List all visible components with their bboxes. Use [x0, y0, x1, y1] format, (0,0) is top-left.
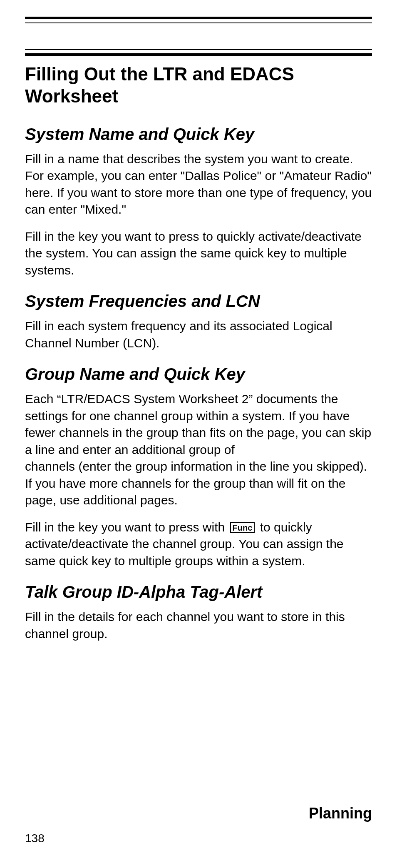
section-heading-group-name: Group Name and Quick Key — [25, 364, 372, 384]
section-heading-talk-group: Talk Group ID-Alpha Tag-Alert — [25, 582, 372, 602]
func-key-icon: Func — [230, 522, 255, 533]
body-paragraph: Fill in the details for each channel you… — [25, 609, 372, 642]
body-paragraph: Fill in each system frequency and its as… — [25, 318, 372, 352]
rule-heavy-top — [25, 17, 372, 19]
body-paragraph: Fill in the key you want to press with F… — [25, 519, 372, 570]
body-paragraph: channels (enter the group information in… — [25, 458, 372, 509]
rule-heavy-bottom — [25, 53, 372, 56]
page-number: 138 — [25, 832, 45, 845]
section-heading-system-frequencies: System Frequencies and LCN — [25, 291, 372, 311]
document-page: Filling Out the LTR and EDACS Worksheet … — [0, 0, 397, 868]
rule-thin-bottom — [25, 49, 372, 50]
page-title: Filling Out the LTR and EDACS Worksheet — [25, 63, 372, 107]
body-paragraph: Fill in the key you want to press to qui… — [25, 228, 372, 279]
footer-section-label: Planning — [309, 805, 372, 822]
section-heading-system-name: System Name and Quick Key — [25, 124, 372, 144]
body-text-pre: Fill in the key you want to press with — [25, 520, 228, 534]
body-paragraph: Fill in a name that describes the system… — [25, 151, 372, 218]
body-paragraph: Each “LTR/EDACS System Worksheet 2” docu… — [25, 391, 372, 458]
rule-spacer — [25, 23, 372, 49]
